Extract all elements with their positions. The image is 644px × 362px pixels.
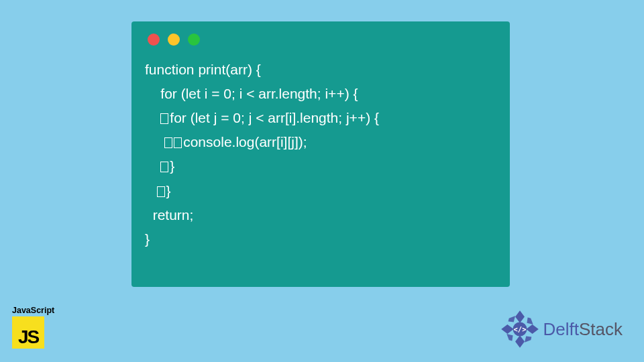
brand-first: Delft — [543, 319, 579, 339]
svg-marker-3 — [501, 324, 514, 334]
javascript-badge: JavaScript JS — [12, 306, 54, 349]
code-line: console.log(arr[i][j]); — [183, 134, 307, 149]
close-icon — [148, 34, 160, 46]
delftstack-brand: </> DelftStack — [500, 310, 623, 349]
code-line: function print(arr) { — [145, 62, 261, 77]
box-glyph-icon — [160, 113, 168, 124]
code-line: for (let i = 0; i < arr.length; i++) { — [145, 86, 358, 101]
box-glyph-icon — [174, 137, 182, 148]
code-line: return; — [145, 207, 193, 223]
box-glyph-icon — [164, 137, 172, 148]
svg-marker-6 — [506, 334, 513, 341]
code-line-prefix — [145, 134, 164, 149]
svg-marker-7 — [508, 316, 515, 322]
js-logo-text: JS — [18, 326, 38, 348]
js-label: JavaScript — [12, 306, 54, 315]
code-block: function print(arr) { for (let i = 0; i … — [145, 58, 496, 251]
box-glyph-icon — [160, 162, 168, 172]
code-window: function print(arr) { for (let i = 0; i … — [131, 21, 510, 287]
svg-marker-0 — [515, 310, 525, 323]
js-logo-icon: JS — [12, 316, 44, 349]
code-line-prefix — [145, 110, 160, 125]
code-line: } — [166, 183, 171, 198]
code-line: for (let j = 0; j < arr[i].length; j++) … — [170, 110, 379, 125]
svg-marker-4 — [527, 318, 533, 324]
code-line: } — [170, 158, 174, 174]
brand-text: DelftStack — [543, 319, 623, 340]
minimize-icon — [168, 34, 180, 46]
code-line-prefix — [145, 183, 157, 198]
box-glyph-icon — [157, 186, 165, 197]
code-line-prefix — [145, 158, 160, 174]
traffic-lights — [148, 34, 496, 46]
svg-marker-5 — [524, 336, 531, 342]
brand-rest: Stack — [579, 319, 623, 339]
svg-marker-2 — [515, 335, 525, 348]
maximize-icon — [188, 34, 200, 46]
svg-text:</>: </> — [513, 325, 526, 333]
code-line: } — [145, 231, 150, 247]
svg-marker-1 — [526, 324, 539, 334]
delftstack-emblem-icon: </> — [500, 310, 539, 349]
